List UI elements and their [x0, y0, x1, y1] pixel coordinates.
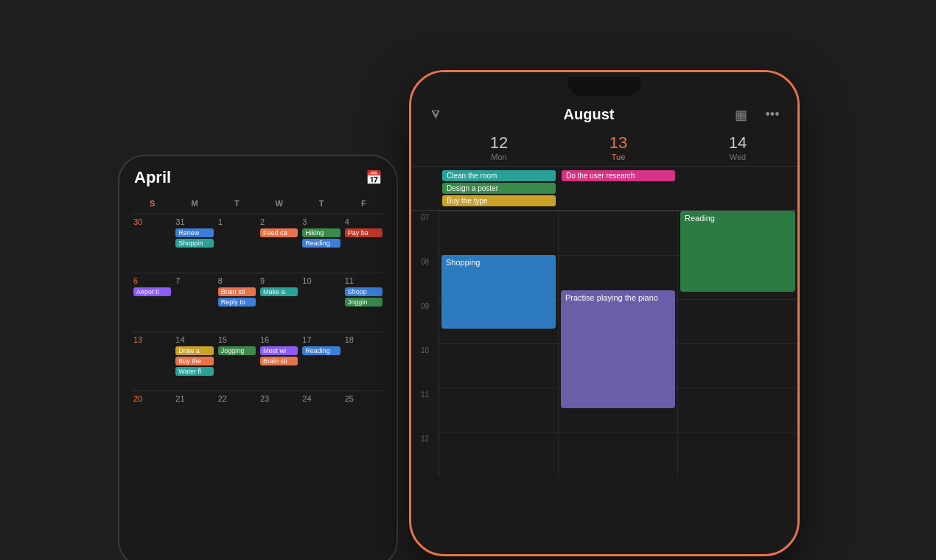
day-col-tue[interactable]: Practise playing the piano: [559, 211, 678, 476]
cal-cell[interactable]: 31RenewShoppin: [173, 214, 215, 273]
cal-date: 24: [302, 394, 340, 403]
event-reading[interactable]: Reading: [680, 211, 795, 292]
calendar-grid-back: 3031RenewShoppin12Feed ca3HikingReading4…: [131, 214, 385, 449]
cal-cell[interactable]: 10: [300, 273, 342, 332]
week-day-13[interactable]: 13 Tue: [559, 129, 678, 166]
day-header-tue: T: [216, 196, 258, 211]
cal-cell[interactable]: 7: [173, 273, 215, 332]
time-09: 09: [411, 299, 439, 343]
day-header-thu: T: [300, 196, 342, 211]
cal-date: 7: [175, 276, 213, 285]
cal-cell[interactable]: 22: [216, 391, 258, 449]
cal-date: 10: [302, 276, 340, 285]
cal-cell[interactable]: 23: [258, 391, 300, 449]
cal-event[interactable]: Brain sti: [260, 357, 298, 365]
cal-date: 15: [218, 335, 256, 344]
phone-front: ⛛ August ▦ ••• 12 Mon 13 Tue 14 Wed Clea…: [409, 70, 800, 556]
cal-cell[interactable]: 4Pay ba: [343, 214, 385, 273]
cal-date: 21: [175, 394, 213, 403]
cal-cell[interactable]: 18: [343, 332, 385, 391]
time-07: 07: [411, 211, 439, 255]
event-shopping[interactable]: Shopping: [441, 255, 556, 329]
day-header-sun: S: [131, 196, 173, 211]
header-right: ▦ •••: [731, 107, 783, 123]
day-header-wed: W: [258, 196, 300, 211]
cal-date: 11: [345, 276, 383, 285]
cal-event[interactable]: Buy the: [175, 357, 213, 365]
week-day-12[interactable]: 12 Mon: [439, 129, 559, 166]
filter-icon[interactable]: ⛛: [426, 107, 447, 122]
cal-cell[interactable]: 6Airpot ti: [131, 273, 173, 332]
event-piano[interactable]: Practise playing the piano: [561, 290, 675, 408]
day-headers-back: S M T W T F: [131, 196, 385, 211]
cal-cell[interactable]: 24: [300, 391, 342, 449]
cal-event[interactable]: Reply to: [218, 298, 256, 307]
cal-date: 22: [218, 394, 256, 403]
cal-cell[interactable]: 16Meet wiBrain sti: [258, 332, 300, 391]
cal-date: 30: [133, 217, 171, 226]
cal-event[interactable]: Airpot ti: [133, 287, 171, 296]
allday-mon: Clean the room Design a poster Buy the t…: [439, 169, 559, 208]
cal-cell[interactable]: 15Jogging: [216, 332, 258, 391]
calendar-icon-back[interactable]: 📅: [366, 169, 382, 186]
cal-cell[interactable]: 2Feed ca: [258, 214, 300, 273]
cal-event[interactable]: Pay ba: [345, 228, 383, 237]
week-day-14[interactable]: 14 Wed: [678, 129, 797, 166]
cal-event[interactable]: Meet wi: [260, 346, 298, 355]
cal-cell[interactable]: 13: [131, 332, 173, 391]
cal-event[interactable]: Renew: [175, 228, 213, 237]
cal-cell[interactable]: 30: [131, 214, 173, 273]
cal-event[interactable]: Make a: [260, 287, 298, 296]
cal-date: 3: [302, 217, 340, 226]
cal-cell[interactable]: 20: [131, 391, 173, 449]
time-11: 11: [411, 388, 439, 432]
cal-cell[interactable]: 11ShoppJoggin: [343, 273, 385, 332]
cal-cell[interactable]: 9Make a: [258, 273, 300, 332]
month-title-back: April: [134, 168, 171, 187]
cal-event[interactable]: Draw a: [175, 346, 213, 355]
event-design-poster[interactable]: Design a poster: [442, 183, 556, 194]
event-clean-room[interactable]: Clean the room: [442, 170, 556, 181]
notch: [567, 77, 641, 96]
allday-wed: [678, 169, 797, 172]
event-user-research[interactable]: Do the user research: [562, 170, 675, 181]
cal-cell[interactable]: 8Brain stiReply to: [216, 273, 258, 332]
day-name-wed: Wed: [684, 153, 792, 161]
cal-cell[interactable]: 25: [343, 391, 385, 449]
cal-cell[interactable]: 3HikingReading: [300, 214, 342, 273]
cal-cell[interactable]: 14Draw aBuy theWater fl: [173, 332, 215, 391]
cal-date: 25: [345, 394, 383, 403]
event-buy-type[interactable]: Buy the type: [442, 195, 556, 206]
cal-cell[interactable]: 21: [173, 391, 215, 449]
cal-date: 8: [218, 276, 256, 285]
cal-cell[interactable]: 17Reading: [300, 332, 342, 391]
more-icon[interactable]: •••: [762, 107, 783, 122]
day-num-14: 14: [684, 133, 792, 153]
cal-event[interactable]: Reading: [302, 239, 340, 248]
cal-cell[interactable]: 1: [216, 214, 258, 273]
day-num-13: 13: [565, 133, 672, 153]
allday-tue: Do the user research: [559, 169, 678, 183]
month-title-front: August: [564, 106, 615, 123]
grid-icon[interactable]: ▦: [731, 107, 752, 123]
cal-event[interactable]: Brain sti: [218, 287, 256, 296]
day-num-12: 12: [445, 133, 553, 153]
cal-event[interactable]: Jogging: [218, 346, 256, 355]
cal-date: 1: [218, 217, 256, 226]
day-col-mon[interactable]: Shopping: [439, 211, 559, 476]
month-header-back: April 📅: [131, 168, 385, 187]
app-header: ⛛ August ▦ •••: [411, 100, 797, 129]
cal-event[interactable]: Shoppin: [175, 239, 213, 248]
cal-event[interactable]: Shopp: [345, 287, 383, 296]
cal-event[interactable]: Joggin: [345, 298, 383, 307]
time-10: 10: [411, 343, 439, 388]
cal-date: 17: [302, 335, 340, 344]
cal-date: 14: [175, 335, 213, 344]
cal-event[interactable]: Reading: [302, 346, 340, 355]
cal-date: 31: [175, 217, 213, 226]
day-col-wed[interactable]: Reading: [678, 211, 797, 476]
time-12: 12: [411, 432, 439, 476]
cal-event[interactable]: Feed ca: [260, 228, 298, 237]
cal-event[interactable]: Water fl: [175, 367, 213, 376]
cal-event[interactable]: Hiking: [302, 228, 340, 237]
